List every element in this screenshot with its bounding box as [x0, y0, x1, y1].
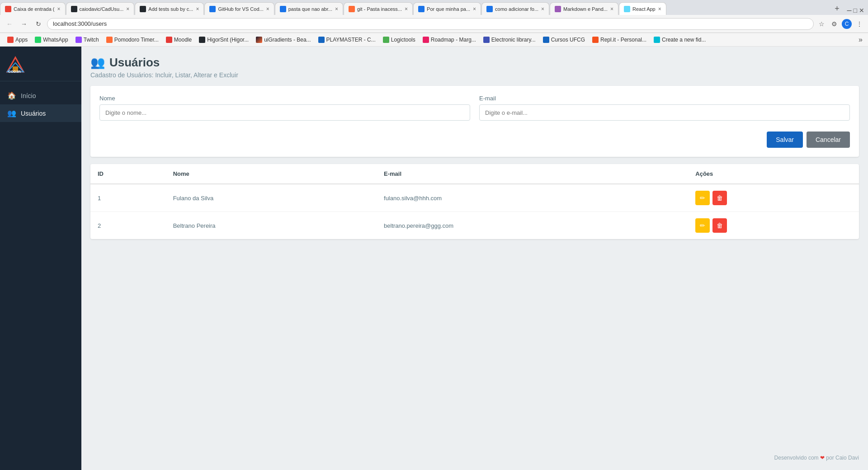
browser-tab-t10[interactable]: React App×: [619, 2, 666, 15]
bookmark-item-4[interactable]: Moodle: [162, 35, 195, 45]
sidebar-item-users[interactable]: 👥 Usuários: [0, 104, 81, 122]
page-title: 👥 Usuários: [90, 56, 859, 70]
bookmark-label: Twitch: [84, 37, 99, 43]
tab-label: Markdown e Pand...: [563, 6, 608, 12]
address-bar[interactable]: localhost:3000/users: [47, 18, 814, 30]
browser-tab-t8[interactable]: como adicionar fo...×: [481, 2, 549, 15]
table-body: 1Fulano da Silvafulano.silva@hhh.com✏🗑2B…: [90, 184, 859, 239]
col-id: ID: [90, 164, 166, 184]
form-card: Nome E-mail Salvar Cancelar: [90, 86, 859, 157]
bookmark-item-11[interactable]: Cursos UFCG: [539, 35, 589, 45]
footer: Desenvolvido com ❤ por Caio Davi: [90, 447, 859, 461]
bookmark-item-5[interactable]: HigorSnt (Higor...: [195, 35, 252, 45]
form-row: Nome E-mail: [99, 95, 850, 121]
tab-close-button[interactable]: ×: [473, 6, 476, 12]
extensions-icon[interactable]: ⚙: [829, 19, 839, 29]
tab-label: pasta que nao abr...: [288, 6, 332, 12]
cell-name: Fulano da Silva: [166, 184, 377, 212]
browser-tab-t6[interactable]: git - Pasta inacess...×: [344, 2, 413, 15]
tab-label: como adicionar fo...: [495, 6, 538, 12]
bookmark-label: Cursos UFCG: [551, 37, 585, 43]
bookmark-item-0[interactable]: Apps: [4, 35, 31, 45]
new-tab-button[interactable]: +: [831, 2, 844, 15]
bookmark-item-6[interactable]: uiGradients - Bea...: [252, 35, 314, 45]
back-button[interactable]: ←: [4, 18, 15, 30]
tab-close-button[interactable]: ×: [57, 6, 61, 12]
bookmark-label: Create a new fid...: [662, 37, 706, 43]
cancel-button[interactable]: Cancelar: [807, 132, 850, 148]
menu-icon[interactable]: ⋮: [854, 19, 864, 29]
tab-favicon: [486, 6, 493, 12]
tab-favicon: [5, 6, 11, 12]
cell-email: beltrano.pereira@ggg.com: [377, 212, 688, 240]
sidebar-nav: 🏠 Início 👥 Usuários: [0, 81, 81, 127]
browser-tab-t7[interactable]: Por que minha pa...×: [413, 2, 481, 15]
save-button[interactable]: Salvar: [767, 132, 803, 148]
cell-email: fulano.silva@hhh.com: [377, 184, 688, 212]
bookmark-item-12[interactable]: Repl.it - Personal...: [589, 35, 650, 45]
edit-button[interactable]: ✏: [695, 191, 710, 205]
tab-close-button[interactable]: ×: [126, 6, 129, 12]
delete-button[interactable]: 🗑: [712, 191, 727, 205]
browser-tab-t2[interactable]: caiodavic/CadUsu...×: [66, 2, 135, 15]
bookmark-item-8[interactable]: Logictools: [379, 35, 419, 45]
sidebar-item-home[interactable]: 🏠 Início: [0, 87, 81, 104]
bookmarks-more-icon[interactable]: »: [857, 36, 864, 44]
browser-chrome: Caixa de entrada (×caiodavic/CadUsu...×A…: [0, 0, 868, 47]
bookmark-label: Roadmap - Marg...: [431, 37, 476, 43]
bookmark-item-9[interactable]: Roadmap - Marg...: [419, 35, 480, 45]
tab-label: GitHub for VS Cod...: [218, 6, 263, 12]
col-actions: Ações: [688, 164, 859, 184]
bookmark-label: WhatsApp: [43, 37, 68, 43]
forward-button[interactable]: →: [18, 18, 30, 30]
tab-close-button[interactable]: ×: [266, 6, 269, 12]
tab-close-button[interactable]: ×: [335, 6, 338, 12]
bookmark-favicon: [423, 37, 429, 43]
svg-text:COD3R: COD3R: [8, 70, 21, 74]
bookmark-favicon: [592, 37, 599, 43]
browser-tab-t4[interactable]: GitHub for VS Cod...×: [204, 2, 274, 15]
minimize-button[interactable]: –: [847, 5, 852, 15]
bookmark-star-icon[interactable]: ☆: [816, 19, 826, 29]
bookmark-item-3[interactable]: Pomodoro Timer...: [103, 35, 162, 45]
email-input[interactable]: [479, 104, 850, 121]
browser-tab-t3[interactable]: Add tests sub by c...×: [135, 2, 204, 15]
maximize-button[interactable]: □: [854, 7, 857, 14]
bookmark-favicon: [75, 37, 82, 43]
reload-button[interactable]: ↻: [33, 18, 44, 30]
tab-favicon: [555, 6, 561, 12]
action-buttons: ✏🗑: [695, 191, 852, 205]
bookmark-label: Apps: [15, 37, 28, 43]
tab-favicon: [280, 6, 286, 12]
name-input[interactable]: [99, 104, 470, 121]
tab-favicon: [71, 6, 77, 12]
bookmark-item-10[interactable]: Electronic library...: [480, 35, 539, 45]
bookmark-item-2[interactable]: Twitch: [72, 35, 103, 45]
tab-label: Por que minha pa...: [427, 6, 470, 12]
name-form-group: Nome: [99, 95, 470, 121]
profile-icon[interactable]: C: [842, 19, 852, 29]
bookmark-item-7[interactable]: PLAYMASTER - C...: [315, 35, 379, 45]
browser-tab-t5[interactable]: pasta que nao abr...×: [275, 2, 343, 15]
tab-close-button[interactable]: ×: [658, 6, 661, 12]
tab-close-button[interactable]: ×: [541, 6, 544, 12]
tab-close-button[interactable]: ×: [196, 6, 199, 12]
action-buttons: ✏🗑: [695, 218, 852, 233]
browser-tab-t9[interactable]: Markdown e Pand...×: [550, 2, 618, 15]
bookmark-label: PLAYMASTER - C...: [326, 37, 376, 43]
tab-close-button[interactable]: ×: [610, 6, 613, 12]
bookmark-item-13[interactable]: Create a new fid...: [650, 35, 709, 45]
cell-name: Beltrano Pereira: [166, 212, 377, 240]
delete-button[interactable]: 🗑: [712, 218, 727, 233]
footer-text: Desenvolvido com: [774, 455, 819, 461]
bookmark-item-1[interactable]: WhatsApp: [31, 35, 71, 45]
tab-label: Caixa de entrada (: [14, 6, 55, 12]
sidebar-item-home-label: Início: [21, 92, 36, 99]
cell-actions: ✏🗑: [688, 212, 859, 240]
bookmark-favicon: [7, 37, 14, 43]
close-button[interactable]: ✕: [859, 7, 864, 14]
browser-tab-t1[interactable]: Caixa de entrada (×: [0, 2, 66, 15]
edit-button[interactable]: ✏: [695, 218, 710, 233]
tab-close-button[interactable]: ×: [405, 6, 408, 12]
name-label: Nome: [99, 95, 470, 102]
